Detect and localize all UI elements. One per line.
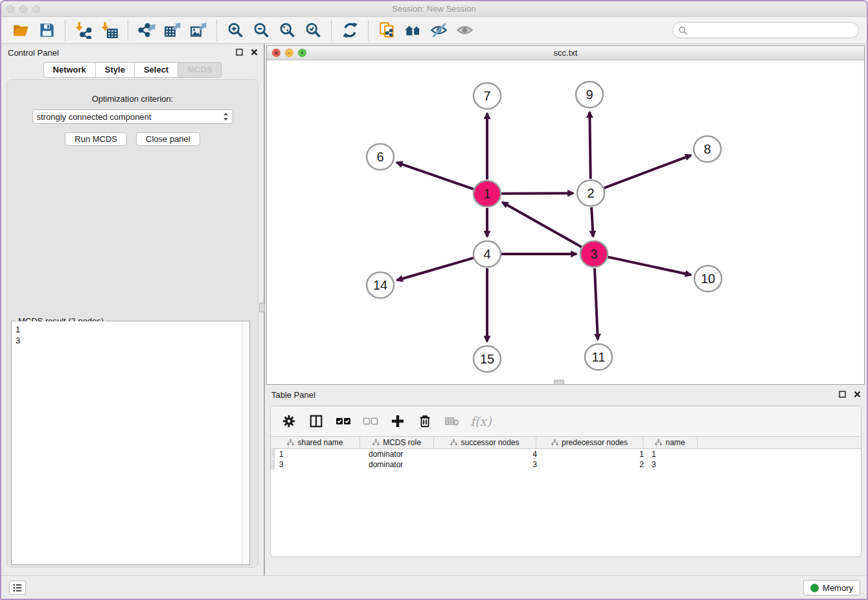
network-window-titlebar[interactable]: ✕ − + scc.txt: [267, 46, 864, 60]
float-table-panel-icon[interactable]: [838, 390, 847, 398]
control-panel: Control Panel NetworkStyleSelectMCDS Opt…: [1, 44, 264, 575]
column-header-MCDS-role[interactable]: MCDS role: [360, 437, 434, 448]
split-panel-button[interactable]: [307, 412, 325, 430]
mcds-result-area[interactable]: 13: [12, 321, 249, 564]
control-panel-title: Control Panel: [8, 48, 59, 58]
run-mcds-button[interactable]: Run MCDS: [65, 132, 127, 146]
open-folder-icon: [12, 21, 30, 39]
function-builder-button[interactable]: f(x): [470, 414, 492, 428]
export-image-button[interactable]: [187, 20, 209, 41]
table-cell[interactable]: 3: [439, 459, 541, 470]
graph-edge-2-8[interactable]: [604, 156, 691, 189]
graph-node-8[interactable]: 8: [694, 136, 721, 162]
first-neighbors-button[interactable]: [402, 20, 424, 41]
graph-edge-2-3[interactable]: [591, 207, 593, 237]
graph-node-14[interactable]: 14: [367, 272, 394, 298]
import-table-button[interactable]: [98, 20, 120, 41]
horizontal-splitter-handle[interactable]: [554, 380, 564, 385]
column-header-label: predecessor nodes: [562, 438, 628, 447]
select-all-columns-button[interactable]: [334, 412, 352, 430]
zoom-in-button[interactable]: [224, 20, 246, 41]
deselect-all-columns-button[interactable]: [361, 412, 380, 430]
zoom-fit-icon: [279, 21, 296, 39]
table-settings-button[interactable]: [280, 412, 298, 430]
table-cell[interactable]: 3: [275, 459, 365, 470]
close-table-panel-icon[interactable]: [853, 390, 862, 398]
table-cell[interactable]: dominator: [365, 459, 439, 470]
graph-node-9[interactable]: 9: [576, 82, 603, 108]
tab-style[interactable]: Style: [96, 62, 135, 78]
table-cell[interactable]: 4: [439, 449, 541, 459]
table-row[interactable]: 3dominator323: [271, 459, 861, 470]
column-header-shared-name[interactable]: shared name: [271, 437, 360, 448]
graph-node-11[interactable]: 11: [585, 344, 612, 370]
optimization-criterion-select[interactable]: strongly connected component: [32, 110, 233, 124]
memory-button[interactable]: Memory: [803, 580, 860, 595]
zoom-out-button[interactable]: [250, 20, 272, 41]
graph-edge-1-6[interactable]: [397, 163, 474, 189]
search-field[interactable]: [672, 22, 859, 38]
import-network-button[interactable]: [73, 20, 95, 41]
float-panel-icon[interactable]: [235, 48, 244, 56]
task-history-button[interactable]: [9, 581, 26, 595]
graph-edge-4-14[interactable]: [397, 258, 474, 280]
table-cell[interactable]: 1: [541, 449, 648, 459]
save-session-button[interactable]: [36, 20, 58, 41]
graph-node-label: 8: [703, 142, 711, 156]
column-header-successor-nodes[interactable]: successor nodes: [434, 437, 536, 448]
graph-node-10[interactable]: 10: [694, 266, 722, 292]
graph-edge-3-1[interactable]: [503, 202, 582, 247]
zoom-selected-button[interactable]: [302, 20, 324, 41]
graph-node-7[interactable]: 7: [474, 83, 501, 109]
show-all-button[interactable]: [453, 20, 475, 41]
plus-icon: [390, 413, 405, 429]
vertical-splitter-handle[interactable]: [259, 303, 265, 312]
graph-edge-1-2[interactable]: [501, 193, 573, 194]
hide-selected-button[interactable]: [428, 20, 450, 41]
graph-node-3[interactable]: 3: [580, 241, 608, 267]
graph-edge-3-11[interactable]: [595, 268, 598, 340]
graph-node-label: 4: [483, 247, 490, 261]
delete-column-button[interactable]: [416, 412, 434, 430]
refresh-button[interactable]: [339, 20, 361, 41]
zoom-fit-button[interactable]: [276, 20, 298, 41]
table-cell[interactable]: 1: [275, 449, 365, 459]
graph-node-1[interactable]: 1: [474, 181, 501, 207]
table-cell[interactable]: dominator: [365, 449, 439, 459]
table-cell[interactable]: 1: [648, 449, 702, 459]
export-table-button[interactable]: [161, 20, 183, 41]
network-canvas[interactable]: 7968124314101511: [267, 60, 864, 384]
duplicate-network-button[interactable]: [376, 20, 398, 41]
toolbar-separator: [65, 20, 65, 41]
close-panel-button[interactable]: Close panel: [136, 132, 200, 146]
network-graph: 7968124314101511: [267, 60, 864, 384]
add-column-button[interactable]: [389, 412, 407, 430]
close-panel-icon[interactable]: [250, 48, 258, 56]
graph-node-6[interactable]: 6: [367, 144, 394, 170]
export-network-button[interactable]: [135, 20, 157, 41]
open-session-button[interactable]: [10, 20, 32, 41]
optimization-criterion-value: strongly connected component: [37, 112, 223, 122]
table-cell[interactable]: 3: [648, 459, 702, 470]
tab-mcds[interactable]: MCDS: [178, 62, 222, 78]
table-header-row: shared nameMCDS rolesuccessor nodesprede…: [271, 436, 861, 449]
delete-table-button[interactable]: [443, 412, 461, 430]
tab-select[interactable]: Select: [135, 62, 178, 78]
graph-edge-3-10[interactable]: [608, 257, 691, 275]
result-scrollbar[interactable]: [242, 321, 249, 564]
search-icon: [678, 26, 687, 35]
column-header-predecessor-nodes[interactable]: predecessor nodes: [536, 437, 643, 448]
search-input[interactable]: [690, 24, 858, 37]
graph-node-label: 2: [587, 186, 594, 200]
graph-node-4[interactable]: 4: [474, 241, 501, 267]
export-network-icon: [138, 21, 155, 39]
tab-network[interactable]: Network: [43, 62, 96, 78]
graph-edge-2-9[interactable]: [589, 112, 590, 179]
column-type-icon: [287, 439, 294, 446]
graph-node-2[interactable]: 2: [577, 180, 604, 206]
table-row[interactable]: 1dominator411: [271, 449, 861, 459]
table-cell[interactable]: 2: [541, 459, 648, 470]
row-header-strip: [271, 449, 275, 470]
graph-node-15[interactable]: 15: [474, 346, 501, 372]
column-header-name[interactable]: name: [643, 437, 698, 448]
